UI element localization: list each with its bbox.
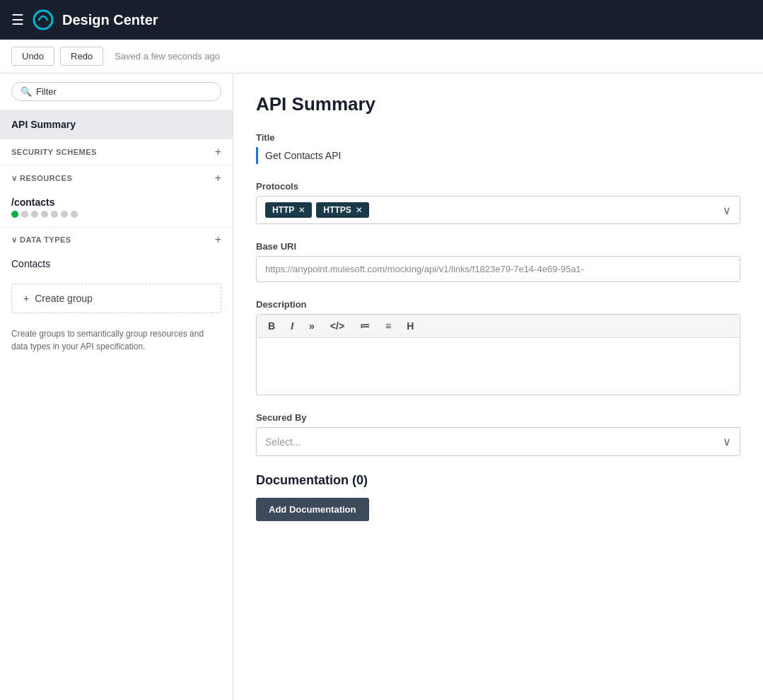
navbar-title: Design Center [62,12,158,28]
resource-method-dots [11,211,221,223]
base-uri-field-group: Base URI https://anypoint.mulesoft.com/m… [256,241,740,282]
sidebar-section-data-types: ∨ DATA TYPES + [0,226,233,252]
unordered-list-tool[interactable]: ≡ [383,319,394,333]
sidebar-section-resources: ∨ RESOURCES + [0,165,233,191]
method-dot-2 [21,211,28,218]
remove-http-button[interactable]: ✕ [298,206,305,215]
protocols-field-group: Protocols HTTP ✕ HTTPS ✕ ∨ [256,181,740,224]
sidebar-filter-area: 🔍 [0,74,233,110]
filter-input-wrap[interactable]: 🔍 [11,82,221,101]
method-dot-7 [71,211,78,218]
secured-by-select[interactable]: Select... ∨ [256,427,740,456]
chevron-resources-icon: ∨ [11,174,20,182]
editor-toolbar: B I » </> ≔ ≡ H [257,315,740,338]
secured-by-field-group: Secured By Select... ∨ [256,412,740,456]
title-field-group: Title [256,132,740,164]
description-label: Description [256,299,740,310]
main-layout: 🔍 API Summary SECURITY SCHEMES + ∨ RESOU… [0,74,763,700]
protocol-tag-https-label: HTTPS [323,205,351,215]
description-body[interactable] [257,338,740,395]
create-group-label: Create group [35,293,93,304]
add-datatype-button[interactable]: + [215,234,221,245]
method-dot-6 [61,211,68,218]
sidebar-section-title-resources: ∨ RESOURCES [11,174,72,183]
italic-tool[interactable]: I [288,319,296,333]
code-tool[interactable]: </> [327,319,347,333]
toolbar: Undo Redo Saved a few seconds ago [0,40,763,74]
base-uri-label: Base URI [256,241,740,252]
chevron-datatypes-icon: ∨ [11,235,20,244]
resource-name: /contacts [11,197,221,208]
title-label: Title [256,132,740,143]
sidebar-section-security-schemes: SECURITY SCHEMES + [0,139,233,165]
create-group-button[interactable]: + Create group [11,284,221,313]
method-dot-1 [11,211,18,218]
add-resource-button[interactable]: + [215,173,221,184]
add-security-scheme-button[interactable]: + [215,146,221,158]
title-input-wrap [256,147,740,164]
documentation-title: Documentation (0) [256,473,740,488]
svg-point-0 [34,11,52,29]
plus-icon: + [23,293,29,304]
add-documentation-button[interactable]: Add Documentation [256,498,369,521]
documentation-section: Documentation (0) Add Documentation [256,473,740,521]
protocols-box[interactable]: HTTP ✕ HTTPS ✕ ∨ [256,196,740,224]
filter-input[interactable] [36,86,212,97]
protocol-tag-http-label: HTTP [272,205,294,215]
navbar: ☰ Design Center [0,0,763,40]
search-icon: 🔍 [21,86,32,97]
sidebar-item-contacts-datatype[interactable]: Contacts [0,252,233,275]
base-uri-display[interactable]: https://anypoint.mulesoft.com/mocking/ap… [256,256,740,282]
protocol-tag-https: HTTPS ✕ [316,202,368,218]
undo-button[interactable]: Undo [11,47,54,66]
protocols-chevron-icon[interactable]: ∨ [723,204,731,217]
heading-tool[interactable]: H [404,319,417,333]
description-field-group: Description B I » </> ≔ ≡ H [256,299,740,395]
method-dot-4 [41,211,48,218]
remove-https-button[interactable]: ✕ [356,206,362,215]
create-group-hint: Create groups to semantically group reso… [0,322,233,364]
secured-by-chevron-icon: ∨ [723,435,731,448]
secured-by-label: Secured By [256,412,740,423]
method-dot-5 [51,211,58,218]
sidebar-section-title-datatypes: ∨ DATA TYPES [11,235,71,245]
protocols-label: Protocols [256,181,740,192]
sidebar-section-title-security: SECURITY SCHEMES [11,148,97,156]
sidebar-item-api-summary[interactable]: API Summary [0,110,233,139]
secured-by-placeholder: Select... [265,436,301,448]
page-title: API Summary [256,93,740,115]
blockquote-tool[interactable]: » [306,319,318,333]
protocol-tag-http: HTTP ✕ [265,202,312,218]
method-dot-3 [31,211,38,218]
main-content: API Summary Title Protocols HTTP ✕ HTTPS [233,74,763,700]
ordered-list-tool[interactable]: ≔ [357,319,373,333]
sidebar-resource-contacts[interactable]: /contacts [0,191,233,226]
logo-icon [33,9,54,30]
description-editor: B I » </> ≔ ≡ H [256,314,740,395]
sidebar: 🔍 API Summary SECURITY SCHEMES + ∨ RESOU… [0,74,233,700]
hamburger-icon[interactable]: ☰ [11,11,24,28]
save-status: Saved a few seconds ago [115,51,220,62]
title-input[interactable] [265,147,740,164]
redo-button[interactable]: Redo [60,47,103,66]
protocols-tags: HTTP ✕ HTTPS ✕ [265,202,369,218]
bold-tool[interactable]: B [265,319,278,333]
